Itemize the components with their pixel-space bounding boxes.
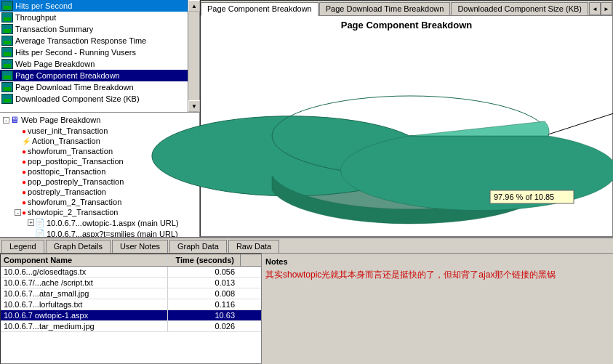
table-row[interactable]: 10.0.6.7 owtopic-1.aspx 10.63	[1, 310, 261, 321]
graph-icon-web-page	[1, 59, 13, 69]
cell-name: 10.0.6...g/closedtags.tx	[1, 267, 168, 277]
svg-line-6	[548, 105, 613, 134]
red-dot-icon-8: ●	[22, 209, 26, 217]
tree-url2[interactable]: 📄 10.0.6.7...aspx?t=smilies (main URL)	[1, 228, 198, 237]
notes-label: Notes	[265, 257, 609, 266]
tree-url1[interactable]: + 📄 10.0.6.7...owtopic-1.aspx (main URL)	[1, 217, 198, 228]
main-container: Hits per Second Throughput Transaction S…	[0, 0, 613, 364]
bottom-tab-legend[interactable]: Legend	[1, 240, 44, 253]
table-header: Component Name Time (seconds)	[1, 254, 261, 267]
tree-showtopic-2[interactable]: - ● showtopic_2_Transaction	[1, 207, 198, 217]
cell-time: 0.056	[168, 267, 241, 277]
cell-time: 0.013	[168, 278, 241, 288]
expand-web-page[interactable]: -	[3, 117, 9, 124]
bottom-tab-graph-data[interactable]: Graph Data	[169, 240, 227, 253]
col-header-time[interactable]: Time (seconds)	[168, 254, 241, 266]
graph-icon-page-comp	[1, 70, 13, 81]
tab-page-download[interactable]: Page Download Time Breakdown	[319, 2, 451, 15]
red-dot-icon-7: ●	[22, 198, 26, 206]
folder-icon: 🖥	[10, 115, 19, 125]
col-header-name[interactable]: Component Name	[1, 254, 168, 266]
bottom-tab-bar: Legend Graph Details User Notes Graph Da…	[0, 238, 613, 253]
tree-item-hits[interactable]: Hits per Second	[0, 0, 188, 12]
bottom-tab-user-notes[interactable]: User Notes	[112, 240, 168, 253]
expand-url1[interactable]: +	[28, 219, 34, 226]
tree-postreply[interactable]: ● postreply_Transaction	[1, 187, 198, 197]
red-dot-icon-3: ●	[22, 158, 26, 166]
cell-name: 10.0.6.7...atar_small.jpg	[1, 288, 168, 299]
bottom-tab-graph-details[interactable]: Graph Details	[46, 240, 111, 253]
tree-web-page-breakdown[interactable]: - 🖥 Web Page Breakdown	[1, 114, 198, 126]
cell-time: 10.63	[168, 310, 241, 320]
graph-icon-page-download	[1, 82, 13, 92]
tree-item-avg-trans[interactable]: Average Transaction Response Time	[0, 35, 188, 46]
action-icon: ⚡	[22, 137, 31, 145]
table-body: 10.0.6...g/closedtags.tx 0.056 10.0.6.7/…	[1, 267, 261, 332]
tree-showforum-2[interactable]: ● showforum_2_Transaction	[1, 197, 198, 207]
page-icon-url1: 📄	[35, 218, 45, 227]
tree-vuser-init[interactable]: ● vuser_init_Transaction	[1, 126, 198, 136]
top-section: Hits per Second Throughput Transaction S…	[0, 0, 613, 237]
graph-icon-downloaded-comp	[1, 94, 13, 104]
tree-item-downloaded-comp[interactable]: Downloaded Component Size (KB)	[0, 93, 188, 105]
graph-icon-hits-running	[1, 47, 13, 57]
tree-pop-postreply[interactable]: ● pop_postreply_Transaction	[1, 177, 198, 187]
cell-name: 10.0.6.7 owtopic-1.aspx	[1, 310, 168, 320]
notes-area: Notes 其实showtopic光就其本身而言还是挺快的了，但却背了ajax那…	[262, 254, 613, 364]
cell-time: 0.116	[168, 299, 241, 310]
graph-icon-trans-summary	[1, 24, 13, 34]
chart-area: Page Component Breakdown	[201, 16, 612, 236]
cell-name: 10.0.6.7/...ache /script.txt	[1, 278, 168, 288]
tab-downloaded-comp[interactable]: Downloaded Component Size (KB)	[451, 2, 588, 15]
page-icon-url2: 📄	[35, 229, 45, 237]
left-scrollbar: ▲ ▼	[188, 0, 199, 112]
tree-item-page-download[interactable]: Page Download Time Breakdown	[0, 81, 188, 93]
tab-nav-right[interactable]: ►	[601, 2, 612, 15]
red-dot-icon-5: ●	[22, 178, 26, 186]
right-tab-bar: Page Component Breakdown Page Download T…	[201, 1, 612, 16]
data-table: Component Name Time (seconds) 10.0.6...g…	[0, 254, 262, 364]
tab-nav-left[interactable]: ◄	[589, 2, 601, 15]
table-row[interactable]: 10.0.6...g/closedtags.tx 0.056	[1, 267, 261, 278]
expand-showtopic-2[interactable]: -	[15, 209, 21, 216]
red-dot-icon-4: ●	[22, 168, 26, 176]
table-row[interactable]: 10.0.6.7...atar_small.jpg 0.008	[1, 288, 261, 299]
table-row[interactable]: 10.0.6.7/...ache /script.txt 0.013	[1, 278, 261, 288]
red-dot-icon-2: ●	[22, 147, 26, 155]
tree-item-throughput[interactable]: Throughput	[0, 12, 188, 23]
bottom-content: Component Name Time (seconds) 10.0.6...g…	[0, 253, 613, 364]
right-panel: Page Component Breakdown Page Download T…	[200, 0, 613, 237]
scroll-down-btn[interactable]: ▼	[188, 100, 200, 112]
table-row[interactable]: 10.0.6.7...tar_medium.jpg 0.026	[1, 321, 261, 332]
graph-icon-throughput	[1, 12, 13, 23]
cell-time: 0.008	[168, 288, 241, 299]
cell-time: 0.026	[168, 321, 241, 331]
tree-item-web-page[interactable]: Web Page Breakdown	[0, 58, 188, 70]
tree-item-hits-running[interactable]: Hits per Second - Running Vusers	[0, 46, 188, 58]
bottom-tab-raw-data[interactable]: Raw Data	[228, 240, 279, 253]
red-dot-icon: ●	[22, 127, 26, 135]
svg-text:97.96 % of 10.85: 97.96 % of 10.85	[494, 193, 554, 201]
top-tree: Hits per Second Throughput Transaction S…	[0, 0, 188, 112]
cell-name: 10.0.6.7...lorfultags.txt	[1, 299, 168, 310]
scroll-up-btn[interactable]: ▲	[188, 0, 200, 12]
tab-page-comp[interactable]: Page Component Breakdown	[201, 2, 318, 16]
notes-text: 其实showtopic光就其本身而言还是挺快的了，但却背了ajax那个链接的黑锅	[265, 269, 609, 281]
table-row[interactable]: 10.0.6.7...lorfultags.txt 0.116	[1, 299, 261, 310]
pie-chart: 97.96 % of 10.85 0.24 % of 10.85	[232, 34, 581, 223]
tree-item-page-comp[interactable]: Page Component Breakdown	[0, 70, 188, 81]
bottom-section: Legend Graph Details User Notes Graph Da…	[0, 237, 613, 364]
cell-name: 10.0.6.7...tar_medium.jpg	[1, 321, 168, 331]
graph-icon-avg-trans	[1, 36, 13, 46]
tree-item-trans-summary[interactable]: Transaction Summary	[0, 23, 188, 35]
red-dot-icon-6: ●	[22, 188, 26, 196]
chart-title: Page Component Breakdown	[341, 20, 473, 31]
graph-icon-hits	[1, 1, 13, 11]
